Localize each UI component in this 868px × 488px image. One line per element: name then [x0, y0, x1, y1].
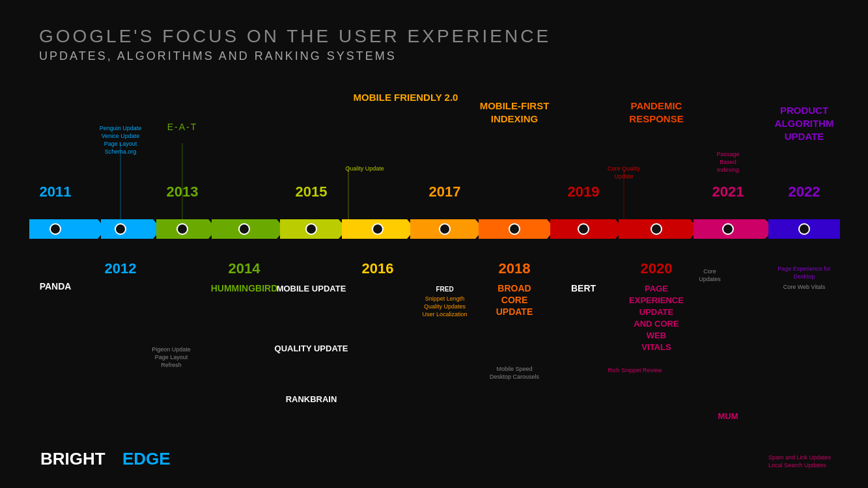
svg-point-22 — [723, 224, 733, 234]
svg-text:Desktop: Desktop — [793, 273, 815, 280]
svg-text:MOBILE FRIENDLY 2.0: MOBILE FRIENDLY 2.0 — [354, 92, 458, 103]
svg-text:2017: 2017 — [429, 183, 461, 200]
svg-point-17 — [372, 224, 383, 234]
svg-text:2016: 2016 — [362, 260, 394, 277]
svg-point-15 — [239, 224, 249, 234]
svg-text:Passage: Passage — [716, 151, 739, 157]
svg-text:MOBILE-FIRST: MOBILE-FIRST — [480, 100, 550, 111]
svg-point-12 — [50, 224, 61, 234]
svg-text:EDGE: EDGE — [122, 449, 171, 468]
svg-text:E-A-T: E-A-T — [167, 122, 198, 132]
svg-text:Pigeon Update: Pigeon Update — [152, 346, 191, 353]
svg-text:UPDATE: UPDATE — [639, 307, 674, 317]
svg-text:Indexing: Indexing — [717, 167, 739, 173]
svg-text:2018: 2018 — [499, 260, 531, 277]
svg-marker-1 — [101, 219, 161, 239]
svg-point-13 — [115, 224, 126, 234]
svg-text:2021: 2021 — [712, 183, 744, 200]
svg-point-18 — [440, 224, 450, 234]
svg-point-20 — [578, 224, 589, 234]
svg-text:Quality Updates: Quality Updates — [424, 303, 466, 310]
svg-text:MOBILE UPDATE: MOBILE UPDATE — [277, 284, 346, 293]
svg-text:Core: Core — [703, 268, 716, 275]
svg-point-14 — [177, 224, 188, 234]
svg-text:VITALS: VITALS — [641, 342, 671, 352]
svg-text:2019: 2019 — [568, 183, 600, 200]
svg-text:FRED: FRED — [436, 286, 453, 293]
svg-text:BRIGHT: BRIGHT — [40, 449, 105, 468]
svg-text:WEB: WEB — [647, 331, 666, 340]
svg-text:Quality Update: Quality Update — [345, 165, 384, 172]
page-container: GOOGLE'S FOCUS ON THE USER EXPERIENCE UP… — [0, 0, 868, 488]
svg-text:Based: Based — [720, 159, 736, 165]
svg-text:PANDA: PANDA — [40, 281, 72, 291]
svg-marker-0 — [29, 219, 106, 239]
svg-point-16 — [306, 224, 316, 234]
svg-text:AND CORE: AND CORE — [634, 319, 679, 329]
svg-text:Update: Update — [614, 173, 633, 180]
svg-text:MUM: MUM — [718, 411, 738, 421]
svg-text:2014: 2014 — [229, 260, 261, 277]
svg-text:ALGORITHM: ALGORITHM — [775, 118, 834, 129]
svg-text:2011: 2011 — [40, 183, 72, 200]
svg-text:UPDATE: UPDATE — [496, 306, 533, 317]
svg-text:CORE: CORE — [501, 295, 527, 305]
svg-text:BROAD: BROAD — [497, 283, 531, 293]
svg-point-21 — [651, 224, 662, 234]
svg-point-19 — [509, 224, 520, 234]
svg-text:Page Layout: Page Layout — [104, 141, 137, 147]
svg-text:Mobile Speed: Mobile Speed — [496, 366, 532, 372]
svg-text:2012: 2012 — [105, 260, 137, 277]
svg-text:Desktop Carousels: Desktop Carousels — [490, 373, 540, 380]
svg-text:Spam and Link Updates: Spam and Link Updates — [768, 454, 832, 461]
svg-text:Venice Update: Venice Update — [102, 133, 140, 139]
svg-text:EXPERIENCE: EXPERIENCE — [629, 295, 684, 305]
svg-text:PAGE: PAGE — [645, 284, 668, 293]
svg-text:PRODUCT: PRODUCT — [780, 105, 828, 116]
svg-text:UPDATE: UPDATE — [785, 131, 824, 142]
svg-text:2015: 2015 — [296, 183, 328, 200]
svg-text:Rich Snippet Review: Rich Snippet Review — [608, 367, 662, 373]
timeline-svg: 2011 2013 2015 2017 2019 2021 2022 2012 … — [0, 0, 868, 488]
svg-text:BERT: BERT — [571, 283, 596, 293]
svg-text:Core Quality: Core Quality — [608, 165, 641, 172]
svg-text:RANKBRAIN: RANKBRAIN — [286, 394, 337, 404]
svg-text:Penguin Update: Penguin Update — [100, 125, 142, 131]
svg-text:RESPONSE: RESPONSE — [629, 113, 683, 124]
svg-text:2022: 2022 — [789, 183, 820, 200]
svg-text:Refresh: Refresh — [161, 362, 182, 368]
svg-text:QUALITY UPDATE: QUALITY UPDATE — [275, 344, 348, 353]
svg-text:PANDEMIC: PANDEMIC — [631, 100, 682, 111]
svg-text:Local Search Updates: Local Search Updates — [768, 462, 826, 468]
svg-text:Schema.org: Schema.org — [105, 148, 137, 155]
svg-text:Updates: Updates — [699, 276, 721, 282]
svg-text:Snippet Length: Snippet Length — [425, 295, 465, 302]
svg-point-23 — [799, 224, 809, 234]
svg-text:Page Layout: Page Layout — [155, 354, 188, 360]
svg-text:2020: 2020 — [641, 260, 673, 277]
svg-text:User Localization: User Localization — [422, 311, 467, 318]
svg-text:HUMMINGBIRD: HUMMINGBIRD — [211, 283, 278, 293]
svg-text:Page Experience for: Page Experience for — [777, 265, 831, 272]
svg-text:Core Web Vitals: Core Web Vitals — [783, 284, 826, 290]
svg-text:INDEXING: INDEXING — [491, 113, 539, 124]
